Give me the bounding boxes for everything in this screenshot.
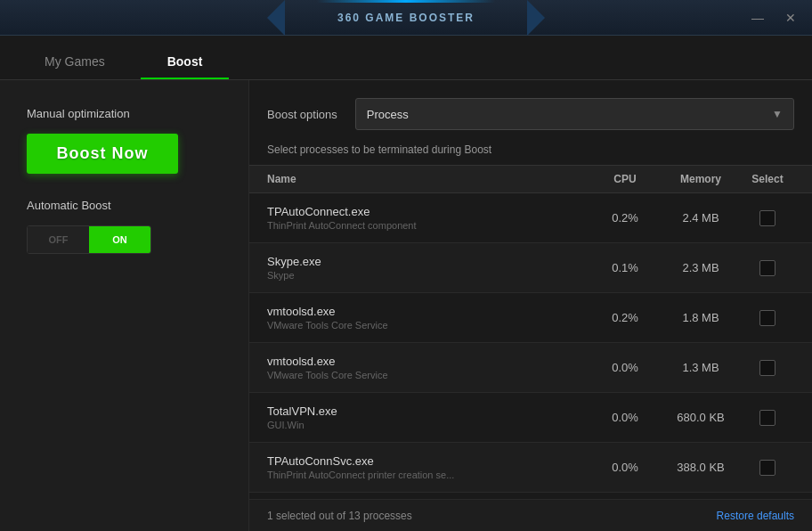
boost-now-button[interactable]: Boost Now (27, 134, 178, 174)
process-name: vmtoolsd.exe (267, 355, 589, 368)
process-name: TPAutoConnect.exe (267, 205, 589, 218)
boost-options-label: Boost options (267, 108, 337, 121)
memory-value: 1.8 MB (661, 311, 741, 324)
table-row: TPAutoConnSvc.exe ThinPrint AutoConnect … (249, 443, 812, 493)
process-name: vmtoolsd.exe (267, 305, 589, 318)
process-table: Name CPU Memory Select TPAutoConnect.exe… (249, 165, 812, 499)
row-checkbox[interactable] (759, 410, 775, 426)
main-content: Manual optimization Boost Now Automatic … (0, 80, 812, 531)
process-name: Skype.exe (267, 255, 589, 268)
tab-boost[interactable]: Boost (141, 45, 230, 79)
minimize-button[interactable]: — (744, 8, 771, 28)
col-header-memory: Memory (661, 173, 741, 185)
select-col[interactable] (741, 210, 794, 226)
tab-my-games[interactable]: My Games (18, 45, 132, 79)
row-checkbox[interactable] (759, 460, 775, 476)
process-info: vmtoolsd.exe VMware Tools Core Service (267, 355, 589, 380)
dropdown-value: Process (367, 108, 409, 121)
title-accent-left (267, 0, 285, 36)
select-col[interactable] (741, 410, 794, 426)
memory-value: 680.0 KB (661, 411, 741, 424)
table-row: Skype.exe Skype 0.1% 2.3 MB (249, 243, 812, 293)
select-col[interactable] (741, 360, 794, 376)
process-desc: GUI.Win (267, 420, 589, 430)
process-info: TPAutoConnect.exe ThinPrint AutoConnect … (267, 205, 589, 231)
close-button[interactable]: ✕ (778, 8, 803, 28)
title-bar: 360 GAME BOOSTER — ✕ (0, 0, 812, 36)
table-row: vmtoolsd.exe VMware Tools Core Service 0… (249, 293, 812, 343)
boost-options-bar: Boost options Process ▼ (249, 80, 812, 143)
table-row: TotalVPN.exe GUI.Win 0.0% 680.0 KB (249, 393, 812, 443)
memory-value: 2.4 MB (661, 211, 741, 225)
nav-bar: My Games Boost (0, 36, 812, 80)
memory-value: 388.0 KB (661, 461, 741, 474)
dropdown-arrow-icon: ▼ (772, 108, 783, 120)
memory-value: 1.3 MB (661, 361, 741, 374)
process-dropdown[interactable]: Process ▼ (355, 98, 794, 130)
process-desc: ThinPrint AutoConnect printer creation s… (267, 470, 589, 480)
cpu-value: 0.0% (589, 461, 661, 474)
right-panel: Boost options Process ▼ Select processes… (249, 80, 812, 531)
process-desc: VMware Tools Core Service (267, 320, 589, 331)
cpu-value: 0.0% (589, 361, 661, 374)
cpu-value: 0.1% (589, 261, 661, 274)
title-accent-right (527, 0, 545, 36)
automatic-boost-toggle[interactable]: OFF ON (27, 225, 151, 254)
table-row: vmtoolsd.exe VMware Tools Core Service 0… (249, 343, 812, 393)
sidebar: Manual optimization Boost Now Automatic … (0, 80, 249, 531)
process-info: vmtoolsd.exe VMware Tools Core Service (267, 305, 589, 331)
table-body: TPAutoConnect.exe ThinPrint AutoConnect … (249, 193, 812, 494)
col-header-select: Select (741, 173, 794, 185)
window-controls: — ✕ (744, 0, 803, 36)
process-desc: Skype (267, 270, 589, 281)
table-row: TPAutoConnect.exe ThinPrint AutoConnect … (249, 193, 812, 243)
cpu-value: 0.2% (589, 311, 661, 324)
table-header: Name CPU Memory Select (249, 165, 812, 193)
process-name: TotalVPN.exe (267, 404, 589, 418)
memory-value: 2.3 MB (661, 261, 741, 274)
row-checkbox[interactable] (759, 210, 775, 226)
table-footer: 1 selected out of 13 processes Restore d… (249, 499, 812, 531)
app-title: 360 GAME BOOSTER (337, 12, 475, 24)
col-header-cpu: CPU (589, 173, 661, 185)
process-name: TPAutoConnSvc.exe (267, 454, 589, 468)
boost-info-text: Select processes to be terminated during… (249, 143, 812, 165)
process-info: TotalVPN.exe GUI.Win (267, 404, 589, 430)
automatic-boost-label: Automatic Boost (27, 199, 222, 212)
select-col[interactable] (741, 460, 794, 476)
col-header-name: Name (267, 173, 589, 185)
toggle-off-option[interactable]: OFF (28, 226, 89, 253)
selection-count: 1 selected out of 13 processes (267, 510, 412, 522)
manual-optimization-label: Manual optimization (27, 107, 222, 120)
row-checkbox[interactable] (759, 310, 775, 326)
cpu-value: 0.0% (589, 411, 661, 424)
process-desc: ThinPrint AutoConnect component (267, 220, 589, 231)
select-col[interactable] (741, 260, 794, 276)
process-info: Skype.exe Skype (267, 255, 589, 281)
process-desc: VMware Tools Core Service (267, 370, 589, 380)
restore-defaults-link[interactable]: Restore defaults (717, 510, 794, 522)
process-info: TPAutoConnSvc.exe ThinPrint AutoConnect … (267, 454, 589, 480)
select-col[interactable] (741, 310, 794, 326)
row-checkbox[interactable] (759, 360, 775, 376)
cpu-value: 0.2% (589, 211, 661, 225)
row-checkbox[interactable] (759, 260, 775, 276)
toggle-on-option[interactable]: ON (89, 226, 150, 253)
